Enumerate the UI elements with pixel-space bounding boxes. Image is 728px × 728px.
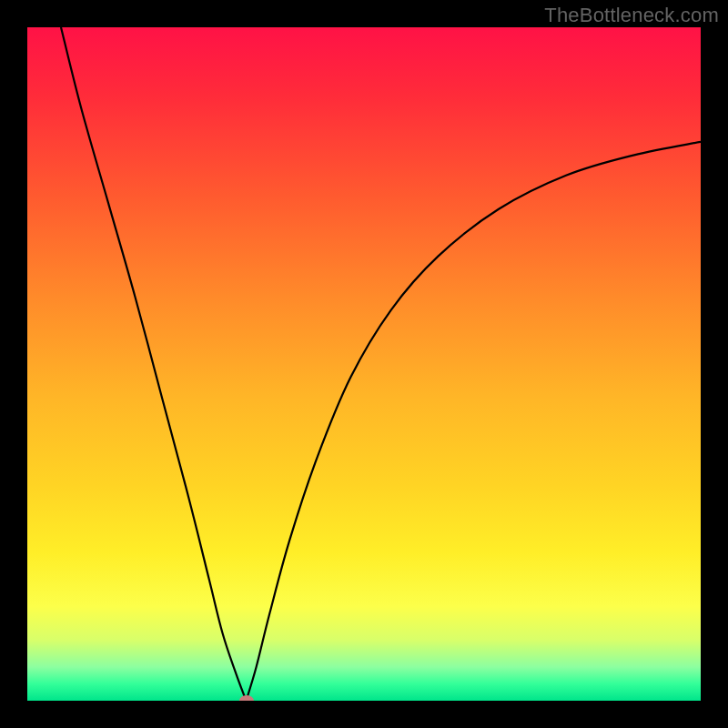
curve-right-branch: [247, 142, 702, 701]
curve-left-branch: [61, 27, 247, 701]
plot-area: [27, 27, 701, 701]
minimum-marker: [239, 695, 254, 701]
watermark-text: TheBottleneck.com: [544, 4, 719, 27]
chart-frame: TheBottleneck.com: [0, 0, 728, 728]
bottleneck-curve: [27, 27, 701, 701]
